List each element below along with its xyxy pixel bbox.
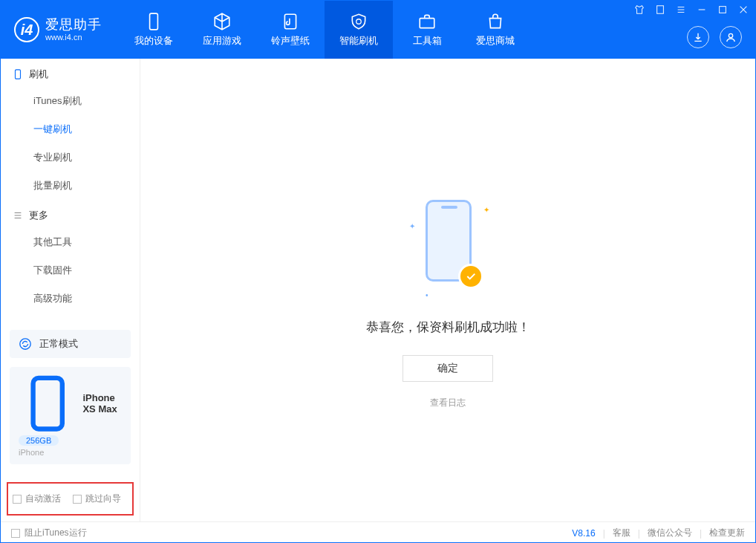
app-header: i4 爱思助手 www.i4.cn 我的设备 应用游戏 铃声壁纸 智能刷机 工具… <box>1 1 755 59</box>
tab-store[interactable]: 爱思商城 <box>461 1 529 59</box>
success-illustration: ✦ ✦ • <box>403 200 492 296</box>
sidebar-item-onekey-flash[interactable]: 一键刷机 <box>1 115 140 143</box>
main-content: ✦ ✦ • 恭喜您，保资料刷机成功啦！ 确定 查看日志 <box>140 59 755 521</box>
bag-icon <box>486 12 505 31</box>
phone-icon <box>144 12 163 31</box>
svg-rect-3 <box>657 6 664 14</box>
tab-apps-games[interactable]: 应用游戏 <box>188 1 256 59</box>
user-icon[interactable] <box>720 26 742 48</box>
checkbox-block-itunes[interactable]: 阻止iTunes运行 <box>11 527 87 539</box>
maximize-button[interactable] <box>717 4 729 16</box>
download-icon[interactable] <box>687 26 709 48</box>
footer-link-support[interactable]: 客服 <box>613 527 630 539</box>
tab-ringtone-wallpaper[interactable]: 铃声壁纸 <box>256 1 325 59</box>
cube-icon <box>212 12 232 31</box>
tab-smart-flash[interactable]: 智能刷机 <box>325 1 393 59</box>
footer-bar: 阻止iTunes运行 V8.16 | 客服 | 微信公众号 | 检查更新 <box>1 521 755 543</box>
close-button[interactable] <box>737 4 749 16</box>
device-icon <box>13 69 23 79</box>
device-type: iPhone <box>19 448 122 457</box>
footer-link-update[interactable]: 检查更新 <box>709 527 745 539</box>
tab-my-device[interactable]: 我的设备 <box>120 1 188 59</box>
checkmark-badge-icon <box>458 264 483 289</box>
version-label: V8.16 <box>572 528 595 539</box>
ok-button[interactable]: 确定 <box>403 355 493 382</box>
logo: i4 爱思助手 www.i4.cn <box>1 1 115 59</box>
checkbox-skip-guide[interactable]: 跳过向导 <box>73 492 121 505</box>
sidebar-item-other-tools[interactable]: 其他工具 <box>1 228 140 256</box>
view-log-link[interactable]: 查看日志 <box>430 397 466 409</box>
menu-icon[interactable] <box>675 4 687 16</box>
header-action-icons <box>687 26 742 48</box>
svg-rect-6 <box>16 70 21 79</box>
device-name: iPhone XS Max <box>82 392 122 414</box>
briefcase-icon <box>417 12 437 31</box>
storage-badge: 256GB <box>19 435 59 446</box>
sidebar-item-pro-flash[interactable]: 专业刷机 <box>1 143 140 172</box>
svg-point-5 <box>729 33 732 37</box>
sidebar-item-itunes-flash[interactable]: iTunes刷机 <box>1 87 140 115</box>
sidebar-item-advanced[interactable]: 高级功能 <box>1 284 140 313</box>
svg-rect-0 <box>150 13 158 30</box>
checkbox-auto-activate[interactable]: 自动激活 <box>13 492 61 505</box>
refresh-shield-icon <box>349 12 368 31</box>
device-info-block[interactable]: iPhone XS Max 256GB iPhone <box>10 367 131 464</box>
shirt-icon[interactable] <box>633 4 645 16</box>
window-controls <box>633 4 749 16</box>
sidebar-item-download-firmware[interactable]: 下载固件 <box>1 256 140 284</box>
list-icon <box>13 210 23 221</box>
svg-rect-2 <box>420 19 434 28</box>
sidebar-group-flash: 刷机 <box>1 59 140 87</box>
svg-point-7 <box>20 338 30 348</box>
music-file-icon <box>281 12 300 31</box>
svg-rect-8 <box>33 377 62 429</box>
note-icon[interactable] <box>654 4 666 16</box>
options-highlighted-box: 自动激活 跳过向导 <box>7 482 134 516</box>
tab-toolbox[interactable]: 工具箱 <box>393 1 461 59</box>
main-tabs: 我的设备 应用游戏 铃声壁纸 智能刷机 工具箱 爱思商城 <box>120 1 529 59</box>
sidebar-item-batch-flash[interactable]: 批量刷机 <box>1 172 140 200</box>
svg-rect-4 <box>720 7 726 13</box>
sync-icon <box>19 337 32 351</box>
phone-small-icon <box>19 374 76 432</box>
minimize-button[interactable] <box>696 4 708 16</box>
app-name-en: www.i4.cn <box>45 33 102 42</box>
logo-icon: i4 <box>14 17 39 42</box>
success-message: 恭喜您，保资料刷机成功啦！ <box>366 319 530 336</box>
footer-link-wechat[interactable]: 微信公众号 <box>648 527 692 539</box>
app-name-cn: 爱思助手 <box>45 17 102 33</box>
sidebar: 刷机 iTunes刷机 一键刷机 专业刷机 批量刷机 更多 其他工具 下载固件 … <box>1 59 140 521</box>
sidebar-group-more: 更多 <box>1 200 140 228</box>
device-mode-block[interactable]: 正常模式 <box>10 330 131 358</box>
